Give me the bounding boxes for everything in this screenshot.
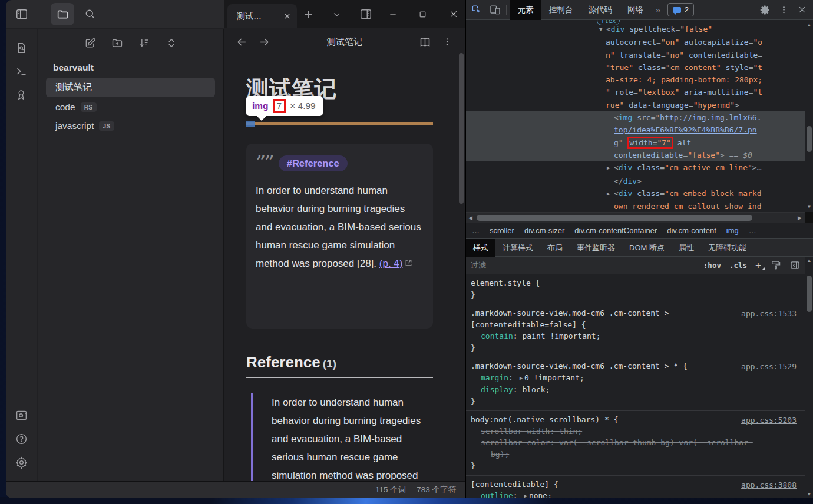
scroll-thumb[interactable] (807, 276, 812, 312)
window-minimize-icon[interactable] (386, 7, 400, 21)
device-toolbar-icon[interactable] (487, 2, 503, 18)
new-note-icon[interactable] (84, 37, 97, 49)
stylesheet-link[interactable]: app.css:3808 (741, 479, 797, 491)
breadcrumb-item[interactable]: … (749, 226, 756, 235)
scroll-down-arrow[interactable]: ▼ (805, 204, 813, 210)
collapse-all-icon[interactable] (165, 37, 178, 49)
css-property[interactable]: scrollbar-color: var(--scrollbar-thumb-b… (471, 437, 800, 449)
inline-image-bar[interactable] (246, 122, 433, 125)
elements-vertical-scrollbar[interactable]: ▲ ▼ (805, 21, 813, 211)
search-icon[interactable] (83, 7, 97, 21)
devtools-tab-3[interactable]: 源代码 (581, 0, 620, 20)
css-property[interactable]: display: block; (471, 384, 800, 396)
styles-tab-7[interactable]: 无障碍功能 (701, 239, 753, 257)
styles-tab-5[interactable]: DOM 断点 (622, 239, 672, 257)
scroll-down-arrow[interactable]: ▼ (805, 492, 813, 497)
dom-tree-line[interactable]: "true" class="cm-content" style="t (599, 61, 805, 74)
dom-tree-line[interactable]: ▶<div class="cm-active cm-line">… (599, 161, 805, 174)
scroll-left-arrow[interactable]: ◀ (468, 215, 472, 221)
css-rule[interactable]: element.style {} (466, 274, 805, 304)
devtools-close-icon[interactable] (794, 2, 809, 18)
elements-horizontal-scrollbar[interactable]: ◀ ▶ (466, 212, 805, 223)
scroll-right-arrow[interactable]: ▶ (798, 215, 802, 221)
css-property[interactable]: margin: ▶0 !important; (471, 372, 800, 384)
new-folder-icon[interactable] (111, 37, 124, 49)
window-maximize-icon[interactable] (415, 7, 429, 21)
rendering-brush-icon[interactable] (771, 260, 781, 270)
toggle-right-sidebar-icon[interactable] (359, 8, 372, 21)
stylesheet-link[interactable]: app.css:1529 (741, 361, 797, 373)
dom-tree-line[interactable]: contenteditable="false"> == $0 (466, 149, 805, 161)
breadcrumb-item[interactable]: scroller (490, 226, 514, 235)
breadcrumb-item[interactable]: img (726, 226, 739, 235)
styles-tab-2[interactable]: 计算样式 (495, 239, 540, 257)
css-rule[interactable]: app.css:1529.markdown-source-view.mod-cm… (466, 357, 805, 411)
toggle-sidebar-panel-icon[interactable] (790, 260, 800, 270)
editor-scrollbar[interactable] (459, 53, 464, 204)
help-icon[interactable] (14, 432, 28, 446)
tab-close-icon[interactable] (283, 12, 291, 20)
css-rule[interactable]: app.css:1533.markdown-source-view.mod-cm… (466, 304, 805, 357)
scroll-up-arrow[interactable]: ▲ (805, 22, 813, 28)
styles-tab-1[interactable]: 样式 (466, 239, 495, 257)
word-count[interactable]: 115 个词 (375, 485, 406, 495)
char-count[interactable]: 783 个字符 (417, 485, 456, 495)
styles-tab-6[interactable]: 属性 (672, 239, 701, 257)
inspect-element-icon[interactable] (469, 2, 484, 18)
stylesheet-link[interactable]: app.css:5203 (741, 415, 797, 426)
ribbon-award-icon[interactable] (14, 88, 28, 102)
dom-tree-line[interactable]: …<img src="http://img.img.lmlx66. (466, 111, 805, 124)
window-close-icon[interactable] (447, 7, 461, 21)
devtools-tab-1[interactable]: 元素 (510, 0, 541, 20)
file-explorer-toggle-button[interactable] (51, 3, 74, 25)
breadcrumb-item[interactable]: div.cm-contentContainer (574, 226, 657, 235)
more-tabs-icon[interactable]: » (651, 5, 665, 15)
filter-input[interactable]: 过滤 (471, 260, 695, 271)
file-item[interactable]: 测试笔记 (46, 78, 215, 97)
scroll-thumb[interactable] (807, 126, 812, 152)
css-property[interactable]: contain: paint !important; (471, 330, 800, 342)
new-tab-icon[interactable] (302, 8, 315, 21)
styles-vertical-scrollbar[interactable]: ▲ ▼ (805, 257, 813, 498)
tab-active[interactable]: 测试… (227, 4, 297, 28)
styles-tab-3[interactable]: 布局 (540, 239, 570, 257)
devtools-settings-gear-icon[interactable] (758, 2, 773, 18)
dom-tree-line[interactable]: ab-size: 4; padding-bottom: 280px; (599, 74, 805, 86)
css-property[interactable]: scrollbar-width: thin; (471, 426, 800, 437)
css-rule[interactable]: app.css:5203body:not(.native-scrollbars)… (466, 411, 805, 476)
breadcrumb-item[interactable]: div.cm-sizer (524, 226, 564, 235)
more-options-icon[interactable] (441, 35, 454, 48)
dom-tree-line[interactable]: top/idea%E6%8F%92%E4%BB%B6/7.pn (466, 124, 805, 136)
dom-tree-line[interactable]: n" translate="no" contenteditable= (599, 49, 805, 61)
tab-list-chevron-icon[interactable] (330, 8, 343, 21)
styles-tab-4[interactable]: 事件监听器 (570, 239, 622, 257)
stylesheet-link[interactable]: app.css:1533 (741, 308, 797, 320)
issues-counter[interactable]: 2 (667, 3, 694, 16)
back-arrow-icon[interactable] (235, 35, 248, 48)
reference-tag-pill[interactable]: #Reference (279, 155, 348, 171)
dom-tree-line[interactable]: rue" data-language="hypermd"> (599, 99, 805, 111)
toggle-classes[interactable]: .cls (729, 261, 747, 270)
devtools-more-icon[interactable] (776, 2, 791, 18)
breadcrumb-item[interactable]: … (472, 226, 480, 235)
dom-tree-line[interactable]: " role="textbox" aria-multiline="t (599, 86, 805, 98)
new-style-rule-icon[interactable]: + (755, 260, 761, 271)
scroll-up-arrow[interactable]: ▲ (805, 258, 813, 263)
dom-tree-line[interactable]: </div> (599, 175, 805, 187)
vault-switcher-icon[interactable] (14, 408, 28, 422)
breadcrumb-item[interactable]: div.cm-content (667, 226, 716, 235)
toggle-hover-state[interactable]: :hov (703, 261, 721, 270)
page-link[interactable]: (p. 4) (379, 258, 403, 269)
dom-tree-line[interactable]: ▼<div spellcheck="false" (599, 23, 805, 36)
file-item[interactable]: javascriptJS (46, 117, 215, 135)
css-property[interactable]: outline: ▶none; (471, 490, 800, 498)
forward-arrow-icon[interactable] (257, 35, 270, 48)
dom-tree-line[interactable]: autocorrect="on" autocapitalize="o (599, 36, 805, 48)
devtools-tab-2[interactable]: 控制台 (541, 0, 581, 20)
toggle-left-sidebar-icon[interactable] (15, 7, 29, 21)
scroll-thumb[interactable] (477, 215, 752, 221)
sort-order-icon[interactable] (138, 37, 151, 49)
search-file-icon[interactable] (14, 41, 28, 55)
dom-tree-line[interactable]: g" width="7" alt (466, 137, 805, 149)
css-rule[interactable]: app.css:3808[contenteditable] {outline: … (466, 476, 805, 499)
